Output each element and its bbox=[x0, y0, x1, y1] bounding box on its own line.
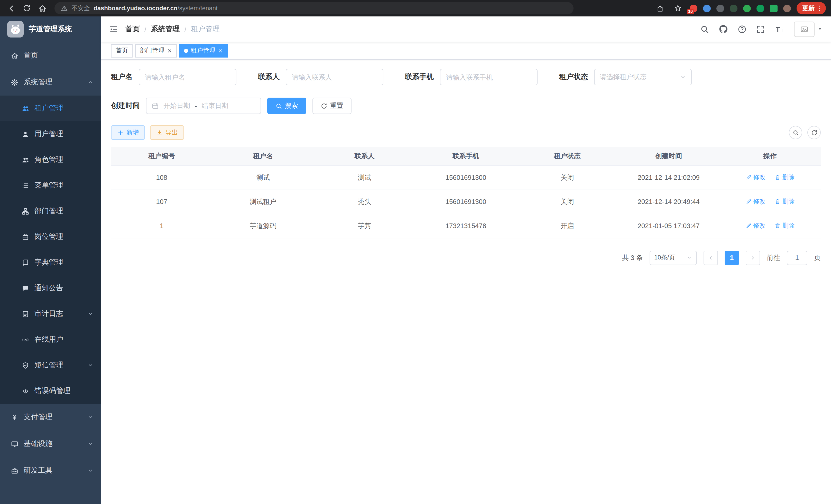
prev-page-button[interactable] bbox=[704, 250, 718, 265]
code-icon bbox=[22, 387, 29, 395]
sidebar-item-system-management[interactable]: 系统管理 bbox=[0, 69, 101, 95]
shield-icon bbox=[22, 361, 29, 369]
browser-home-button[interactable] bbox=[36, 2, 48, 14]
mobile-label: 联系手机 bbox=[405, 72, 434, 82]
sidebar-item-label: 通知公告 bbox=[34, 284, 63, 293]
sidebar-item-payment-management[interactable]: 支付管理 bbox=[0, 404, 101, 431]
sidebar-item-label: 菜单管理 bbox=[34, 181, 63, 190]
sidebar-item-role-management[interactable]: 角色管理 bbox=[0, 147, 101, 173]
filter-row-2: 创建时间 开始日期 - 结束日期 搜索 重置 bbox=[111, 98, 821, 114]
reset-button-label: 重置 bbox=[330, 101, 343, 111]
breadcrumb-separator: / bbox=[184, 25, 187, 33]
sidebar-item-dev-tools[interactable]: 研发工具 bbox=[0, 457, 101, 484]
address-bar[interactable]: 不安全 dashboard.yudao.iocoder.cn/system/te… bbox=[55, 2, 574, 14]
sidebar-item-label: 字典管理 bbox=[34, 258, 63, 267]
cell-name: 芋道源码 bbox=[212, 214, 314, 238]
toggle-search-button[interactable] bbox=[789, 126, 802, 139]
tab-label: 部门管理 bbox=[140, 46, 165, 55]
extension-icon[interactable] bbox=[783, 4, 791, 12]
cell-contact: 测试 bbox=[314, 166, 415, 189]
refresh-icon bbox=[321, 102, 327, 109]
filter-mobile: 联系手机 bbox=[405, 69, 538, 85]
extension-icon[interactable] bbox=[770, 4, 778, 12]
extension-icon[interactable] bbox=[756, 4, 764, 12]
browser-reload-button[interactable] bbox=[21, 2, 33, 14]
edit-link[interactable]: 修改 bbox=[745, 197, 766, 206]
sidebar-item-tenant-management[interactable]: 租户管理 bbox=[0, 95, 101, 121]
fullscreen-icon[interactable] bbox=[756, 24, 765, 34]
font-size-icon[interactable] bbox=[774, 24, 785, 34]
sidebar-collapse-button[interactable] bbox=[109, 24, 118, 34]
sidebar-item-online-users[interactable]: 在线用户 bbox=[0, 327, 101, 352]
search-icon[interactable] bbox=[700, 24, 709, 34]
sidebar-item-home[interactable]: 首页 bbox=[0, 42, 101, 69]
close-icon[interactable] bbox=[218, 48, 223, 53]
not-secure-warning-icon bbox=[61, 5, 68, 12]
bookmark-star-icon[interactable] bbox=[672, 2, 684, 14]
tab-home[interactable]: 首页 bbox=[111, 44, 133, 57]
tenant-users-icon bbox=[22, 105, 29, 112]
refresh-table-button[interactable] bbox=[807, 126, 821, 139]
tab-department-management[interactable]: 部门管理 bbox=[135, 44, 177, 57]
breadcrumb-system[interactable]: 系统管理 bbox=[151, 24, 180, 34]
cell-status: 开启 bbox=[516, 214, 618, 238]
browser-chrome: 不安全 dashboard.yudao.iocoder.cn/system/te… bbox=[0, 0, 831, 17]
table-toolbar: 新增 导出 bbox=[111, 125, 821, 140]
search-icon bbox=[276, 102, 282, 109]
cell-id: 107 bbox=[111, 189, 212, 214]
extension-icon[interactable] bbox=[703, 4, 711, 12]
extension-icon[interactable] bbox=[716, 4, 724, 12]
mobile-input[interactable] bbox=[440, 69, 538, 85]
delete-link[interactable]: 删除 bbox=[774, 173, 795, 182]
sidebar-item-department-management[interactable]: 部门管理 bbox=[0, 198, 101, 224]
home-icon bbox=[11, 52, 19, 59]
export-button[interactable]: 导出 bbox=[150, 125, 184, 140]
sidebar-submenu-system: 租户管理 用户管理 角色管理 菜单管理 bbox=[0, 95, 101, 404]
browser-back-button[interactable] bbox=[5, 2, 18, 14]
sidebar-item-label: 研发工具 bbox=[24, 466, 52, 475]
page-number-button[interactable]: 1 bbox=[725, 250, 739, 265]
chevron-down-icon bbox=[680, 74, 686, 80]
page-size-select[interactable]: 10条/页 bbox=[650, 250, 697, 265]
sidebar-item-sms-management[interactable]: 短信管理 bbox=[0, 352, 101, 378]
goto-page-input[interactable] bbox=[787, 250, 807, 265]
edit-link[interactable]: 修改 bbox=[745, 221, 766, 230]
app-logo[interactable]: 芋道管理系统 bbox=[0, 17, 101, 42]
tab-tenant-management[interactable]: 租户管理 bbox=[179, 44, 228, 57]
search-button[interactable]: 搜索 bbox=[267, 98, 306, 114]
github-icon[interactable] bbox=[718, 24, 728, 34]
extension-icon[interactable] bbox=[743, 4, 751, 12]
sidebar-item-label: 系统管理 bbox=[24, 78, 52, 87]
user-avatar-menu[interactable] bbox=[794, 21, 823, 37]
sidebar-item-infrastructure[interactable]: 基础设施 bbox=[0, 431, 101, 457]
reset-button[interactable]: 重置 bbox=[312, 98, 351, 114]
browser-update-button[interactable]: 更新 bbox=[797, 2, 826, 14]
url-domain: dashboard.yudao.iocoder.cn bbox=[93, 5, 177, 12]
breadcrumb-home[interactable]: 首页 bbox=[125, 24, 140, 34]
col-status: 租户状态 bbox=[516, 147, 618, 166]
tenant-status-select[interactable]: 请选择租户状态 bbox=[594, 69, 692, 85]
tenant-name-input[interactable] bbox=[139, 69, 236, 85]
cell-contact: 秃头 bbox=[314, 189, 415, 214]
create-time-range-picker[interactable]: 开始日期 - 结束日期 bbox=[146, 98, 261, 114]
col-tenant-id: 租户编号 bbox=[111, 147, 212, 166]
extension-icon[interactable] bbox=[730, 4, 738, 12]
delete-link[interactable]: 删除 bbox=[774, 197, 795, 206]
sidebar-item-post-management[interactable]: 岗位管理 bbox=[0, 224, 101, 250]
sidebar-item-audit-log[interactable]: 审计日志 bbox=[0, 301, 101, 327]
sidebar-item-error-code-management[interactable]: 错误码管理 bbox=[0, 378, 101, 404]
sidebar-item-dict-management[interactable]: 字典管理 bbox=[0, 250, 101, 275]
sidebar-item-notice[interactable]: 通知公告 bbox=[0, 275, 101, 301]
next-page-button[interactable] bbox=[746, 250, 760, 265]
help-icon[interactable] bbox=[738, 24, 747, 34]
contact-input[interactable] bbox=[286, 69, 383, 85]
sidebar-item-menu-management[interactable]: 菜单管理 bbox=[0, 173, 101, 198]
add-button[interactable]: 新增 bbox=[111, 125, 145, 140]
delete-link[interactable]: 删除 bbox=[774, 221, 795, 230]
edit-link[interactable]: 修改 bbox=[745, 173, 766, 182]
close-icon[interactable] bbox=[167, 48, 172, 53]
share-icon[interactable] bbox=[654, 2, 666, 14]
extension-icon[interactable]: 10 bbox=[690, 4, 697, 12]
cell-mobile: 17321315478 bbox=[415, 214, 517, 238]
sidebar-item-user-management[interactable]: 用户管理 bbox=[0, 121, 101, 147]
